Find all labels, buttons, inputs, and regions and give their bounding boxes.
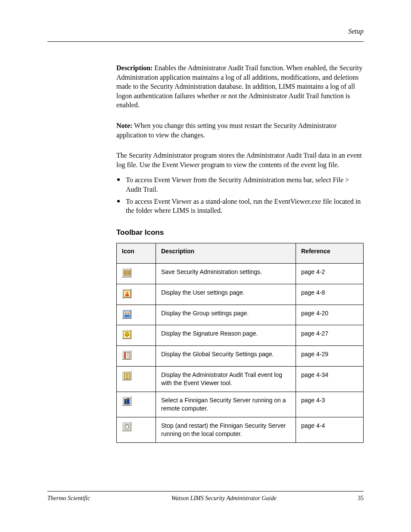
footer-center: Watson LIMS Security Administrator Guide xyxy=(171,495,276,502)
stop-security-server-icon[interactable] xyxy=(122,422,131,431)
svg-rect-13 xyxy=(125,352,126,358)
bullet-dot-icon xyxy=(117,178,120,181)
svg-point-8 xyxy=(128,312,130,314)
note-text: When you change this setting you must re… xyxy=(116,122,336,139)
table-row: Stop (and restart) the Finnigan Security… xyxy=(117,417,364,442)
description-cell: Display the Global Security Settings pag… xyxy=(156,346,296,367)
reference-cell: page 4-4 xyxy=(296,417,364,442)
reference-cell: page 4-20 xyxy=(296,305,364,325)
footer-left: Thermo Scientific xyxy=(47,495,90,502)
description-label: Description: xyxy=(116,64,154,72)
svg-rect-24 xyxy=(128,399,128,399)
reference-cell: page 4-8 xyxy=(296,284,364,305)
table-row: Display the Global Security Settings pag… xyxy=(117,346,364,367)
reference-cell: page 4-34 xyxy=(296,367,364,392)
icon-cell xyxy=(117,367,156,392)
svg-point-11 xyxy=(127,336,128,337)
running-head: Setup xyxy=(47,26,364,42)
description-cell: Display the Signature Reason page. xyxy=(156,325,296,346)
col-header-description: Description xyxy=(156,243,296,263)
description-cell: Display the Group settings page. xyxy=(156,305,296,325)
icon-cell xyxy=(117,263,156,284)
footer-page-number: 35 xyxy=(358,495,364,502)
table-row: Select a Finnigan Security Server runnin… xyxy=(117,392,364,417)
bullet-item: To access Event Viewer as a stand-alone … xyxy=(116,197,364,215)
reference-cell: page 4-29 xyxy=(296,346,364,367)
description-cell: Display the User settings page. xyxy=(156,284,296,305)
table-row: Display the Signature Reason page.page 4… xyxy=(117,325,364,346)
svg-rect-1 xyxy=(124,272,130,274)
global-security-settings-page-icon[interactable] xyxy=(122,350,131,360)
paragraph-event-log: The Security Administrator program store… xyxy=(116,151,364,169)
svg-rect-2 xyxy=(124,274,130,275)
toolbar-icons-table: Icon Description Reference Save Security… xyxy=(116,243,364,443)
reference-cell: page 4-27 xyxy=(296,325,364,346)
svg-rect-9 xyxy=(125,315,130,317)
bullet-dot-icon xyxy=(117,200,120,202)
svg-point-7 xyxy=(125,312,127,314)
page-footer: Thermo Scientific Watson LIMS Security A… xyxy=(47,491,364,502)
reference-cell: page 4-2 xyxy=(296,263,364,284)
description-cell: Stop (and restart) the Finnigan Security… xyxy=(156,417,296,442)
table-row: Save Security Administration settings.pa… xyxy=(117,263,364,284)
svg-point-4 xyxy=(126,292,128,294)
group-settings-page-icon[interactable] xyxy=(122,309,131,319)
save-settings-icon[interactable] xyxy=(122,268,131,277)
icon-cell xyxy=(117,346,156,367)
icon-cell xyxy=(117,417,156,442)
col-header-reference: Reference xyxy=(296,243,364,263)
icon-cell xyxy=(117,305,156,325)
select-security-server-icon[interactable] xyxy=(122,396,131,406)
icon-cell xyxy=(117,325,156,346)
svg-rect-25 xyxy=(128,399,129,399)
bullet-item: To access Event Viewer from the Security… xyxy=(116,175,364,194)
table-row: Display the Administrator Audit Trail ev… xyxy=(117,367,364,392)
icon-cell xyxy=(117,392,156,417)
bullet-text: To access Event Viewer as a stand-alone … xyxy=(126,197,364,215)
col-header-icon: Icon xyxy=(117,243,156,263)
signature-reason-page-icon[interactable] xyxy=(122,330,131,339)
running-head-text: Setup xyxy=(348,28,364,35)
svg-rect-26 xyxy=(125,400,125,401)
icon-cell xyxy=(117,284,156,305)
note-paragraph: Note: When you change this setting you m… xyxy=(116,121,364,140)
user-settings-page-icon[interactable] xyxy=(122,289,131,298)
audit-trail-log-icon[interactable] xyxy=(122,371,131,380)
note-label: Note: xyxy=(116,122,134,129)
description-cell: Display the Administrator Audit Trail ev… xyxy=(156,367,296,392)
table-header-row: Icon Description Reference xyxy=(117,243,364,263)
svg-rect-23 xyxy=(127,398,129,404)
description-cell: Save Security Administration settings. xyxy=(156,263,296,284)
description-cell: Select a Finnigan Security Server runnin… xyxy=(156,392,296,417)
svg-rect-22 xyxy=(125,399,126,404)
reference-cell: page 4-3 xyxy=(296,392,364,417)
table-row: Display the User settings page.page 4-8 xyxy=(117,284,364,305)
svg-rect-5 xyxy=(125,294,129,296)
svg-rect-0 xyxy=(124,271,130,272)
bullet-text: To access Event Viewer from the Security… xyxy=(126,175,364,194)
description-paragraph: Description: Enables the Administrator A… xyxy=(116,63,364,110)
toolbar-icons-heading: Toolbar Icons xyxy=(116,228,364,237)
table-row: Display the Group settings page.page 4-2… xyxy=(117,305,364,325)
